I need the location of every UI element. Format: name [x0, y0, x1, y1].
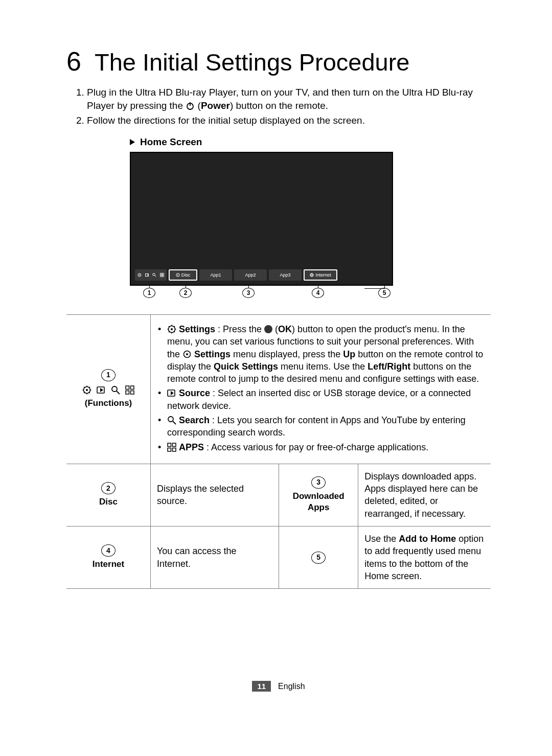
item-settings: Settings : Press the (OK) button to open…: [158, 323, 485, 385]
search-icon: [152, 273, 156, 277]
gear-icon: [137, 273, 142, 277]
svg-line-47: [173, 421, 176, 424]
globe-icon: [310, 273, 314, 277]
play-triangle-icon: [130, 139, 135, 145]
svg-rect-31: [126, 391, 129, 394]
svg-point-5: [153, 273, 155, 276]
row-functions: 1 (Functions) Settings : Press the (OK) …: [66, 315, 491, 464]
svg-rect-9: [160, 275, 162, 277]
gear-icon: [82, 385, 91, 395]
callout-5: 5: [378, 288, 390, 298]
apps-icon: [125, 385, 134, 395]
home-screen-screenshot: Disc App1 App2 App3 Internet: [130, 152, 393, 286]
chapter-number: 6: [66, 46, 81, 77]
svg-rect-32: [131, 391, 134, 394]
svg-rect-48: [168, 443, 171, 447]
row2-label: Disc: [99, 496, 118, 508]
search-icon: [167, 416, 176, 425]
callout-1: 1: [143, 288, 155, 298]
search-icon: [111, 385, 120, 395]
home-screen-heading: Home Screen: [130, 136, 491, 148]
page-number: 11: [252, 681, 271, 692]
tile-app2: App2: [234, 269, 267, 281]
callout-row: 1 2 3 4 5: [130, 285, 393, 300]
chapter-title-text: The Initial Settings Procedure: [95, 48, 410, 76]
item-source: Source : Select an inserted disc or USB …: [158, 387, 485, 412]
row3-left-text: You can access the Internet.: [151, 526, 279, 588]
disc-icon: [176, 273, 180, 277]
tile-app3: App3: [269, 269, 302, 281]
svg-rect-29: [126, 386, 129, 390]
row2-mid-label: Downloaded Apps: [285, 491, 352, 514]
gear-icon: [167, 325, 176, 334]
step-1: Plug in the Ultra HD Blu-ray Player, tur…: [87, 86, 491, 112]
svg-point-17: [86, 389, 88, 391]
chapter-heading: 6 The Initial Settings Procedure: [66, 46, 491, 77]
tile-disc: Disc: [169, 269, 197, 281]
source-icon: [145, 273, 149, 277]
item-search: Search : Lets you search for content in …: [158, 414, 485, 439]
tile-internet: Internet: [304, 269, 337, 281]
row-internet-addhome: 4 Internet You can access the Internet. …: [66, 526, 491, 589]
svg-rect-51: [173, 448, 176, 451]
svg-line-6: [155, 276, 156, 277]
svg-point-27: [112, 386, 117, 392]
page-footer: 11English: [66, 681, 491, 692]
step-2: Follow the directions for the initial se…: [87, 114, 491, 127]
svg-point-44: [186, 353, 188, 355]
row1-num: 1: [101, 369, 116, 381]
svg-point-34: [171, 328, 173, 330]
row2-right-text: Displays downloaded apps. Apps displayed…: [358, 464, 491, 526]
row3-mid-num: 5: [311, 552, 326, 564]
row2-mid-num: 3: [311, 476, 326, 489]
apps-icon: [167, 443, 176, 452]
callout-2: 2: [179, 288, 192, 298]
power-icon: [186, 101, 195, 110]
svg-rect-10: [163, 275, 164, 277]
svg-line-28: [117, 391, 120, 394]
apps-icon: [160, 273, 164, 277]
footer-language: English: [278, 682, 305, 691]
svg-point-12: [177, 274, 178, 276]
svg-rect-50: [168, 448, 171, 451]
svg-rect-49: [173, 443, 176, 447]
row3-num: 4: [101, 544, 116, 557]
ok-button-icon: [264, 325, 272, 333]
callout-3: 3: [242, 288, 255, 298]
svg-rect-7: [160, 273, 162, 274]
row-disc-apps: 2 Disc Displays the selected source. 3 D…: [66, 464, 491, 526]
gear-icon: [182, 350, 192, 359]
svg-point-46: [168, 417, 173, 422]
svg-rect-30: [131, 386, 134, 390]
source-icon: [167, 388, 176, 398]
row2-left-text: Displays the selected source.: [151, 464, 279, 526]
svg-rect-8: [163, 273, 164, 274]
source-icon: [97, 385, 106, 395]
tile-app1: App1: [199, 269, 232, 281]
row3-label: Internet: [93, 559, 124, 570]
row1-label: (Functions): [85, 398, 132, 409]
callout-4: 4: [312, 288, 324, 298]
row3-right-text: Use the Add to Home option to add freque…: [358, 526, 491, 588]
svg-point-3: [139, 274, 140, 276]
row2-num: 2: [101, 482, 116, 494]
item-apps: APPS : Access various for pay or free-of…: [158, 441, 485, 453]
tile-functions: [135, 269, 167, 281]
